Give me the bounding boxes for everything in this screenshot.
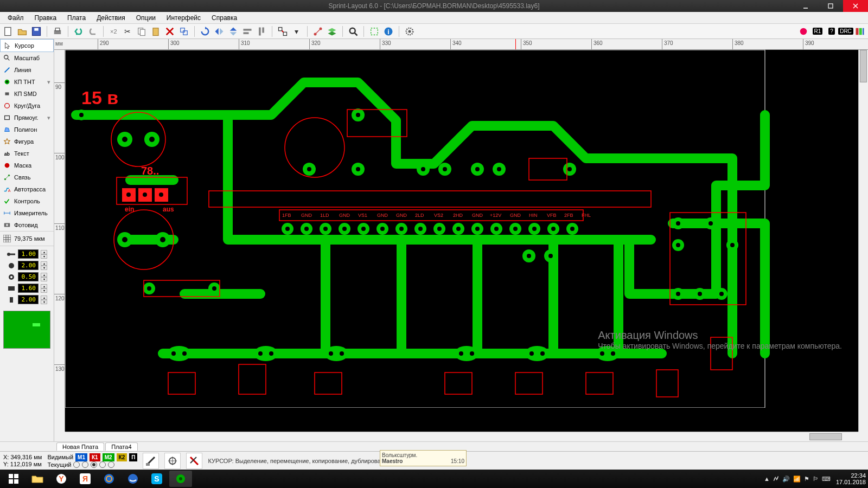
layer-button[interactable] (326, 25, 338, 37)
save-button[interactable] (30, 25, 42, 37)
align-button-2[interactable] (256, 25, 267, 37)
tool-text[interactable]: abТекст (0, 147, 54, 159)
info-button[interactable]: i (382, 25, 394, 37)
layer-m1[interactable]: М1 (75, 453, 87, 461)
tool-mask[interactable]: Маска (0, 159, 54, 171)
new-file-button[interactable] (2, 25, 14, 37)
flip-v-button[interactable] (227, 25, 239, 37)
taskbar-yandex2[interactable]: Я (74, 471, 97, 487)
maximize-button[interactable] (818, 0, 843, 12)
param-trace-width[interactable]: 1.00 (18, 249, 39, 259)
layer-m2[interactable]: М2 (103, 453, 114, 461)
tool-measure[interactable]: Измеритель (0, 207, 54, 219)
layer-p[interactable]: П (129, 453, 137, 461)
tool-rect[interactable]: Прямоуг.▾ (0, 112, 54, 124)
tray-shield-icon[interactable]: ⚑ (804, 476, 809, 483)
grid-setting[interactable]: 79,375 мкм (0, 231, 54, 246)
start-button[interactable] (2, 471, 25, 487)
close-button[interactable] (843, 0, 868, 12)
tool-check[interactable]: Контроль (0, 195, 54, 207)
rotate-button[interactable] (199, 25, 211, 37)
undo-button[interactable] (73, 25, 85, 37)
param-pad-inner[interactable]: 0.50 (18, 272, 39, 281)
status-tool-1[interactable] (143, 453, 159, 469)
scrollbar-horizontal[interactable] (65, 432, 858, 441)
tool-polygon[interactable]: Полигон (0, 124, 54, 136)
scrollbar-vertical[interactable] (858, 50, 868, 432)
menu-help[interactable]: Справка (207, 13, 241, 23)
menu-board[interactable]: Плата (63, 13, 90, 23)
tool-line[interactable]: Линия (0, 64, 54, 76)
tool-shape[interactable]: Фигура (0, 136, 54, 147)
status-tool-2[interactable] (164, 453, 181, 469)
help-badge[interactable]: ? (826, 25, 838, 37)
tab-board4[interactable]: Плата4 (105, 442, 137, 451)
print-button[interactable] (52, 25, 63, 37)
menu-file[interactable]: Файл (3, 13, 28, 23)
copy-button[interactable] (136, 25, 148, 37)
menu-options[interactable]: Опции (132, 13, 160, 23)
tool-cursor[interactable]: Курсор (0, 39, 54, 52)
layer-radio-k2[interactable] (99, 461, 106, 468)
redo-button[interactable] (87, 25, 99, 37)
snap-button[interactable] (277, 25, 289, 37)
system-tray[interactable]: ▲ 🗲 🔊 📶 ⚑ 🏳 ⌨ (764, 476, 831, 483)
paste-button[interactable] (150, 25, 162, 37)
flip-h-button[interactable] (213, 25, 225, 37)
taskbar-explorer[interactable] (26, 471, 49, 487)
taskbar-sprint-layout[interactable] (169, 471, 192, 487)
tool-photoview[interactable]: Фотовид (0, 219, 54, 231)
duplicate-button[interactable] (178, 25, 190, 37)
layer-radio-p[interactable] (108, 461, 114, 468)
minimize-button[interactable] (793, 0, 818, 12)
param-smd-w[interactable]: 1.60 (18, 284, 39, 293)
connection-mode-button[interactable] (312, 25, 324, 37)
taskbar-clock[interactable]: 22:34 17.01.2018 (836, 472, 866, 485)
stepper[interactable]: ▴▾ (41, 284, 47, 293)
layer-radio-m2[interactable] (91, 461, 97, 468)
cut-button[interactable]: ✂ (122, 25, 133, 37)
layer-radio-k1[interactable] (82, 461, 88, 468)
stepper[interactable]: ▴▾ (41, 273, 47, 281)
r1-badge[interactable]: R1 (812, 25, 824, 37)
tool-smd-pad[interactable]: КП SMD (0, 88, 54, 100)
menu-interface[interactable]: Интерфейс (162, 13, 205, 23)
tool-tht-pad[interactable]: КП THT▾ (0, 76, 54, 88)
library-button[interactable] (854, 25, 866, 37)
taskbar-mail[interactable] (98, 471, 120, 487)
tray-network-icon[interactable]: 📶 (793, 476, 801, 483)
tray-flag-icon[interactable]: 🏳 (813, 476, 819, 483)
drc-badge[interactable]: DRC (840, 25, 852, 37)
layer-k2[interactable]: К2 (117, 453, 127, 461)
record-icon[interactable] (797, 25, 809, 37)
tool-connection[interactable]: Связь (0, 171, 54, 183)
tray-up-icon[interactable]: ▲ (764, 476, 770, 483)
taskbar-thunderbird[interactable] (122, 471, 144, 487)
layer-radio-m1[interactable] (73, 461, 80, 468)
param-pad-outer[interactable]: 2.00 (18, 261, 39, 270)
zoom-tool-button[interactable] (347, 25, 359, 37)
stepper[interactable]: ▴▾ (41, 296, 47, 304)
menu-edit[interactable]: Правка (30, 13, 61, 23)
delete-button[interactable] (164, 25, 176, 37)
open-file-button[interactable] (16, 25, 28, 37)
tool-arc[interactable]: Круг/Дуга (0, 100, 54, 112)
status-tool-3[interactable] (186, 453, 202, 469)
tool-autoroute[interactable]: AАвтотрасса (0, 183, 54, 195)
param-smd-h[interactable]: 2.00 (18, 295, 39, 304)
pcb-canvas[interactable]: 15 в 78.. ein aus 1FBGND1LD GNDVS1GND GN… (65, 50, 858, 432)
tool-zoom[interactable]: Масштаб (0, 52, 54, 64)
menu-actions[interactable]: Действия (92, 13, 130, 23)
layer-k1[interactable]: К1 (90, 453, 100, 461)
stepper[interactable]: ▴▾ (41, 250, 47, 259)
tray-volume-icon[interactable]: 🔊 (782, 476, 790, 483)
stepper[interactable]: ▴▾ (41, 261, 47, 270)
selection-button[interactable] (368, 25, 380, 37)
tab-new-board[interactable]: Новая Плата (56, 442, 104, 451)
board-preview[interactable] (3, 311, 50, 349)
taskbar-yandex[interactable]: Y (50, 471, 73, 487)
taskbar-skype[interactable]: S (145, 471, 168, 487)
tray-battery-icon[interactable]: 🗲 (773, 476, 779, 483)
dropdown-icon[interactable]: ▾ (291, 25, 303, 37)
settings-button[interactable] (404, 25, 416, 37)
